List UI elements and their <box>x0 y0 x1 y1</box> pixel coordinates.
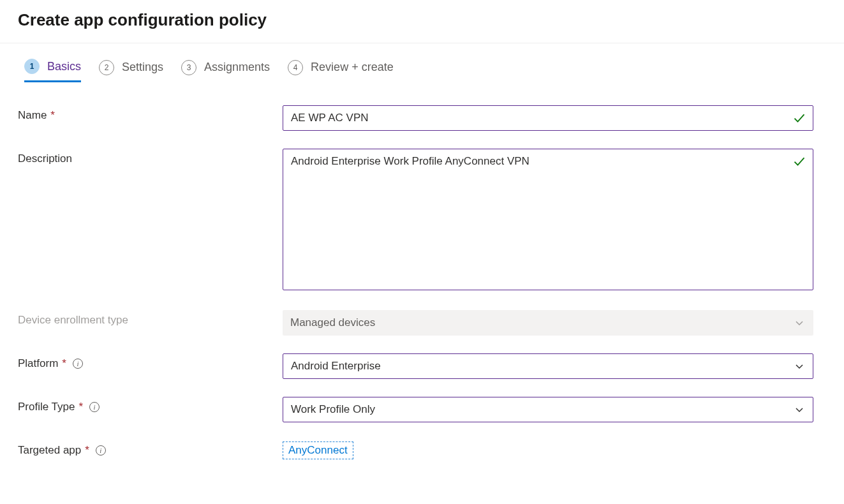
row-description: Description <box>18 149 826 292</box>
info-icon[interactable]: i <box>73 359 83 369</box>
control-name <box>283 105 813 131</box>
wizard-tabs: 1 Basics 2 Settings 3 Assignments 4 Revi… <box>24 59 826 82</box>
tab-number: 3 <box>181 60 196 75</box>
enrollment-type-dropdown: Managed devices <box>283 310 813 336</box>
label-text: Targeted app <box>18 444 81 457</box>
tab-number: 1 <box>24 59 40 74</box>
label-text: Profile Type <box>18 401 75 413</box>
label-targeted-app: Targeted app * i <box>18 440 283 457</box>
tab-label: Assignments <box>204 61 270 74</box>
control-description <box>283 149 813 292</box>
row-platform: Platform * i Android Enterprise <box>18 353 826 379</box>
page-header: Create app configuration policy <box>0 0 844 43</box>
page-title: Create app configuration policy <box>18 10 826 30</box>
label-name: Name * <box>18 105 283 122</box>
tab-settings[interactable]: 2 Settings <box>99 60 163 82</box>
control-targeted-app: AnyConnect <box>283 440 813 459</box>
check-icon <box>793 112 806 124</box>
control-platform: Android Enterprise <box>283 353 813 379</box>
label-enrollment-type: Device enrollment type <box>18 310 283 327</box>
info-icon[interactable]: i <box>89 402 100 412</box>
tab-assignments[interactable]: 3 Assignments <box>181 60 270 82</box>
tab-number: 4 <box>288 60 303 75</box>
dropdown-value: Work Profile Only <box>291 403 375 416</box>
required-indicator: * <box>50 109 55 122</box>
label-text: Device enrollment type <box>18 314 128 327</box>
required-indicator: * <box>62 357 66 370</box>
check-icon <box>793 155 806 168</box>
tab-basics[interactable]: 1 Basics <box>24 59 81 82</box>
row-targeted-app: Targeted app * i AnyConnect <box>18 440 826 459</box>
required-indicator: * <box>78 401 83 413</box>
tab-label: Settings <box>122 61 163 74</box>
row-profile-type: Profile Type * i Work Profile Only <box>18 397 826 422</box>
targeted-app-chip[interactable]: AnyConnect <box>283 441 353 459</box>
name-input[interactable] <box>283 105 813 131</box>
tab-number: 2 <box>99 60 114 75</box>
control-enrollment-type: Managed devices <box>283 310 813 336</box>
profile-type-dropdown[interactable]: Work Profile Only <box>283 397 813 422</box>
tab-review-create[interactable]: 4 Review + create <box>288 60 394 82</box>
label-text: Platform <box>18 357 58 370</box>
required-indicator: * <box>85 444 89 457</box>
label-text: Name <box>18 109 47 122</box>
platform-dropdown[interactable]: Android Enterprise <box>283 353 813 379</box>
label-platform: Platform * i <box>18 353 283 370</box>
description-input[interactable] <box>283 149 813 290</box>
label-text: Description <box>18 152 72 165</box>
row-name: Name * <box>18 105 826 131</box>
control-profile-type: Work Profile Only <box>283 397 813 422</box>
label-profile-type: Profile Type * i <box>18 397 283 413</box>
label-description: Description <box>18 149 283 165</box>
dropdown-value: Android Enterprise <box>291 360 381 373</box>
tab-label: Basics <box>47 60 81 73</box>
info-icon[interactable]: i <box>96 445 106 456</box>
row-enrollment-type: Device enrollment type Managed devices <box>18 310 826 336</box>
tab-label: Review + create <box>311 61 394 74</box>
dropdown-value: Managed devices <box>290 316 375 329</box>
page-content: 1 Basics 2 Settings 3 Assignments 4 Revi… <box>0 43 844 503</box>
